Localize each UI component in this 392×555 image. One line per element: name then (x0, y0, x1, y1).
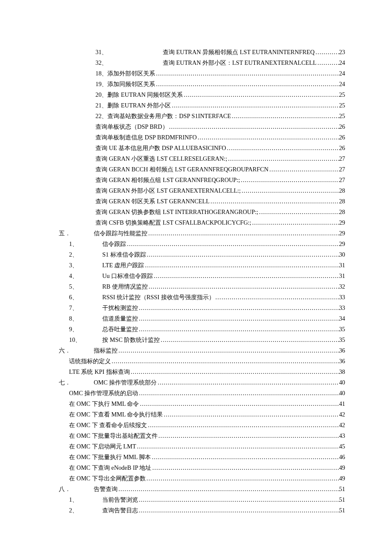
toc-item-label: 查询 GERAN 外部小区 LST GERANEXTERNALCELL:; (95, 185, 241, 196)
toc-item-label: 查询 GERAN 相邻频点组 LST GERANNFREQGROUP:; (95, 175, 240, 185)
toc-leader-dots (240, 175, 339, 185)
toc-item-label: 查询 CSFB 切换策略配置 LST CSFALLBACKPOLICYCFG:; (95, 217, 251, 228)
toc-page: 31、查询 EUTRAN 异频相邻频点 LST EUTRANINTERNFREQ… (59, 47, 345, 516)
toc-row: 查询 CSFB 切换策略配置 LST CSFALLBACKPOLICYCFG:;… (59, 217, 345, 228)
toc-item-label: 21、删除 EUTRAN 外部小区 (95, 100, 171, 111)
toc-item-label: 在 OMC 下批量执行 MML 脚本 (69, 452, 151, 462)
toc-page-number: 31 (339, 271, 345, 281)
toc-page-number: 25 (339, 111, 345, 121)
toc-leader-dots (118, 484, 339, 494)
toc-leader-dots (268, 164, 339, 175)
toc-row: 话统指标的定义36 (59, 356, 345, 367)
toc-leader-dots (138, 388, 339, 399)
toc-item-label: 查询 GERAN 小区重选 LST CELLRESELGERAN:; (95, 153, 227, 164)
toc-page-number: 45 (339, 441, 345, 452)
toc-item-label: LTE 系统 KPI 指标查询 (69, 367, 130, 377)
toc-item-number: 2、 (59, 249, 102, 260)
toc-page-number: 51 (339, 494, 345, 505)
toc-item-number: 9、 (59, 324, 102, 335)
toc-item-number: 32、 (59, 58, 163, 68)
toc-page-number: 35 (339, 335, 345, 345)
toc-page-number: 28 (339, 185, 345, 196)
toc-page-number: 38 (339, 367, 345, 377)
toc-leader-dots (231, 111, 339, 121)
toc-item-label: 在 OMC 下导出全网配置参数 (69, 473, 146, 484)
toc-leader-dots (126, 239, 339, 249)
toc-row: 6、RSSI 统计监控（RSSI 接收信号强度指示）33 (59, 292, 345, 303)
toc-leader-dots (138, 303, 339, 313)
toc-row: 21、删除 EUTRAN 外部小区25 (59, 100, 345, 111)
toc-page-number: 25 (339, 100, 345, 111)
toc-row: 八．告警查询51 (59, 484, 345, 494)
toc-row: 1、当前告警浏览51 (59, 494, 345, 505)
toc-item-label: 告警查询 (94, 484, 118, 494)
toc-item-number: 3、 (59, 260, 102, 271)
toc-page-number: 28 (339, 207, 345, 217)
toc-leader-dots (146, 249, 339, 260)
toc-leader-dots (138, 494, 339, 505)
toc-item-label: 查询 UE 基本信息用户数 DSP ALLUEBASICINFO (95, 143, 226, 153)
toc-page-number: 27 (339, 175, 345, 185)
toc-row: 在 OMC 下 查看命令后续报文42 (59, 420, 345, 431)
toc-page-number: 51 (339, 484, 345, 494)
toc-row: 在 OMC 下启动网元 LMT45 (59, 441, 345, 452)
toc-page-number: 26 (339, 132, 345, 143)
toc-item-label: 在 OMC 下 查看命令后续报文 (69, 420, 147, 431)
toc-row: 查询单板状态（DSP BRD）26 (59, 121, 345, 132)
toc-item-number: 1、 (59, 494, 102, 505)
toc-item-label: 查询 GERAN BCCH 相邻频点 LST GERANNFREQGROUPAR… (95, 164, 268, 175)
toc-item-label: 查询告警日志 (102, 505, 138, 516)
toc-leader-dots (153, 271, 339, 281)
toc-page-number: 24 (339, 68, 345, 79)
toc-leader-dots (138, 505, 339, 516)
toc-leader-dots (314, 47, 339, 58)
toc-page-number: 33 (339, 292, 345, 303)
toc-item-label: 查询单板制造信息 DSP BRDMFRINFO (95, 132, 197, 143)
toc-leader-dots (139, 399, 339, 409)
toc-leader-dots (136, 441, 339, 452)
toc-leader-dots (130, 367, 339, 377)
toc-item-label: 信道质量监控 (102, 313, 138, 324)
toc-leader-dots (227, 153, 339, 164)
toc-item-label: 信令跟踪与性能监控 (94, 228, 147, 239)
toc-item-label: 18、添加外部邻区关系 (95, 68, 155, 79)
toc-row: 查询单板制造信息 DSP BRDMFRINFO26 (59, 132, 345, 143)
toc-item-label: RB 使用情况监控 (102, 281, 148, 292)
toc-row: 32、查询 EUTRAN 外部小区：LST EUTRANEXTERNALCELL… (59, 58, 345, 68)
toc-row: 8、信道质量监控34 (59, 313, 345, 324)
toc-row: LTE 系统 KPI 指标查询38 (59, 367, 345, 377)
toc-item-label: 在 OMC 下查询 eNodeB IP 地址 (69, 462, 151, 473)
toc-leader-dots (147, 420, 339, 431)
toc-leader-dots (147, 228, 339, 239)
toc-item-label: 查询 EUTRAN 外部小区：LST EUTRANEXTERNALCELL (163, 58, 317, 68)
toc-page-number: 42 (339, 409, 345, 420)
toc-item-number: 2、 (59, 505, 102, 516)
toc-row: 31、查询 EUTRAN 异频相邻频点 LST EUTRANINTERNFREQ… (59, 47, 345, 58)
toc-item-label: 当前告警浏览 (102, 494, 138, 505)
toc-leader-dots (118, 345, 339, 356)
toc-row: 在 OMC 下查询 eNodeB IP 地址49 (59, 462, 345, 473)
toc-row: 3、LTE 虚用户跟踪31 (59, 260, 345, 271)
toc-page-number: 27 (339, 153, 345, 164)
toc-row: 22、查询基站数据业务用户数：DSP S1INTERFACE25 (59, 111, 345, 121)
toc-item-label: 查询 EUTRAN 异频相邻频点 LST EUTRANINTERNFREQ (163, 47, 314, 58)
toc-page-number: 33 (339, 303, 345, 313)
toc-page-number: 49 (339, 462, 345, 473)
toc-row: 9、总吞吐量监控35 (59, 324, 345, 335)
toc-item-number: 8、 (59, 313, 102, 324)
toc-page-number: 42 (339, 420, 345, 431)
toc-row: 2、S1 标准信令跟踪30 (59, 249, 345, 260)
toc-item-label: S1 标准信令跟踪 (102, 249, 146, 260)
toc-row: 查询 UE 基本信息用户数 DSP ALLUEBASICINFO26 (59, 143, 345, 153)
toc-row: 4、Uu 口标准信令跟踪31 (59, 271, 345, 281)
toc-page-number: 36 (339, 356, 345, 367)
toc-page-number: 27 (339, 164, 345, 175)
toc-page-number: 30 (339, 249, 345, 260)
toc-item-label: 信令跟踪 (102, 239, 126, 249)
toc-leader-dots (151, 452, 339, 462)
toc-item-number: 4、 (59, 271, 102, 281)
toc-leader-dots (183, 90, 339, 100)
toc-row: 10、按 MSC 阶数统计监控35 (59, 335, 345, 345)
toc-leader-dots (138, 313, 339, 324)
toc-page-number: 51 (339, 505, 345, 516)
